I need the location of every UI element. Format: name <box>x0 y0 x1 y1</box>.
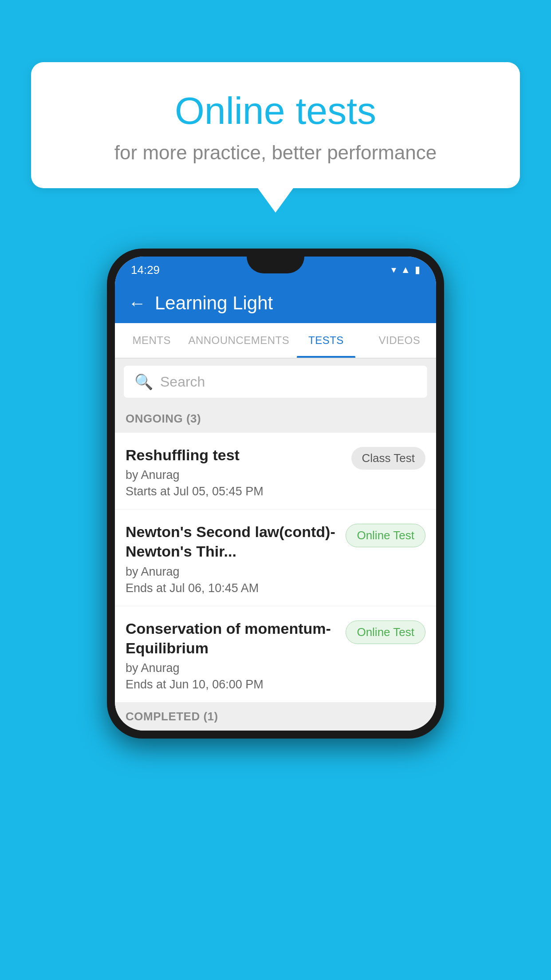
bubble-arrow <box>258 188 293 213</box>
test-title-newtons: Newton's Second law(contd)-Newton's Thir… <box>126 522 338 561</box>
badge-class-test: Class Test <box>351 447 425 470</box>
status-bar: 14:29 ▾ ▲ ▮ <box>115 257 436 283</box>
search-bar[interactable]: 🔍 Search <box>124 366 427 398</box>
phone-outer: 14:29 ▾ ▲ ▮ ← Learning Light MENTS ANNOU… <box>107 249 444 739</box>
test-title-conservation: Conservation of momentum-Equilibrium <box>126 619 338 658</box>
ongoing-section-header: ONGOING (3) <box>115 405 436 433</box>
search-placeholder: Search <box>160 374 205 390</box>
signal-icon: ▲ <box>401 264 410 276</box>
test-date-newtons: Ends at Jul 06, 10:45 AM <box>126 581 338 595</box>
wifi-icon: ▾ <box>391 264 396 276</box>
notch <box>247 257 304 273</box>
completed-label: COMPLETED (1) <box>126 710 218 723</box>
test-item-conservation[interactable]: Conservation of momentum-Equilibrium by … <box>115 606 436 703</box>
search-container: 🔍 Search <box>115 359 436 405</box>
tab-ments[interactable]: MENTS <box>115 323 188 358</box>
test-author-reshuffling: by Anurag <box>126 468 344 482</box>
tab-announcements[interactable]: ANNOUNCEMENTS <box>188 323 289 358</box>
test-info-conservation: Conservation of momentum-Equilibrium by … <box>126 619 338 692</box>
tab-bar: MENTS ANNOUNCEMENTS TESTS VIDEOS <box>115 323 436 359</box>
test-date-reshuffling: Starts at Jul 05, 05:45 PM <box>126 485 344 498</box>
test-list: Reshuffling test by Anurag Starts at Jul… <box>115 433 436 703</box>
tab-tests[interactable]: TESTS <box>289 323 362 358</box>
test-item-reshuffling[interactable]: Reshuffling test by Anurag Starts at Jul… <box>115 433 436 510</box>
test-date-conservation: Ends at Jun 10, 06:00 PM <box>126 678 338 692</box>
app-bar: ← Learning Light <box>115 283 436 323</box>
speech-bubble-container: Online tests for more practice, better p… <box>31 62 520 213</box>
back-button[interactable]: ← <box>128 293 146 313</box>
test-info-newtons: Newton's Second law(contd)-Newton's Thir… <box>126 522 338 595</box>
app-title: Learning Light <box>155 292 273 314</box>
badge-online-test-2: Online Test <box>346 620 425 644</box>
battery-icon: ▮ <box>415 264 420 276</box>
bubble-title: Online tests <box>58 89 493 133</box>
status-icons: ▾ ▲ ▮ <box>391 264 420 276</box>
ongoing-label: ONGOING (3) <box>126 412 201 425</box>
test-item-newtons[interactable]: Newton's Second law(contd)-Newton's Thir… <box>115 510 436 606</box>
speech-bubble: Online tests for more practice, better p… <box>31 62 520 188</box>
phone-screen: 14:29 ▾ ▲ ▮ ← Learning Light MENTS ANNOU… <box>115 257 436 731</box>
search-icon: 🔍 <box>134 373 153 391</box>
test-info-reshuffling: Reshuffling test by Anurag Starts at Jul… <box>126 445 344 498</box>
status-time: 14:29 <box>131 263 160 277</box>
completed-section-header: COMPLETED (1) <box>115 703 436 731</box>
test-title-reshuffling: Reshuffling test <box>126 445 344 465</box>
phone-wrapper: 14:29 ▾ ▲ ▮ ← Learning Light MENTS ANNOU… <box>107 249 444 739</box>
bubble-subtitle: for more practice, better performance <box>58 142 493 164</box>
tab-videos[interactable]: VIDEOS <box>363 323 436 358</box>
test-author-conservation: by Anurag <box>126 661 338 675</box>
badge-online-test-1: Online Test <box>346 524 425 547</box>
test-author-newtons: by Anurag <box>126 565 338 579</box>
